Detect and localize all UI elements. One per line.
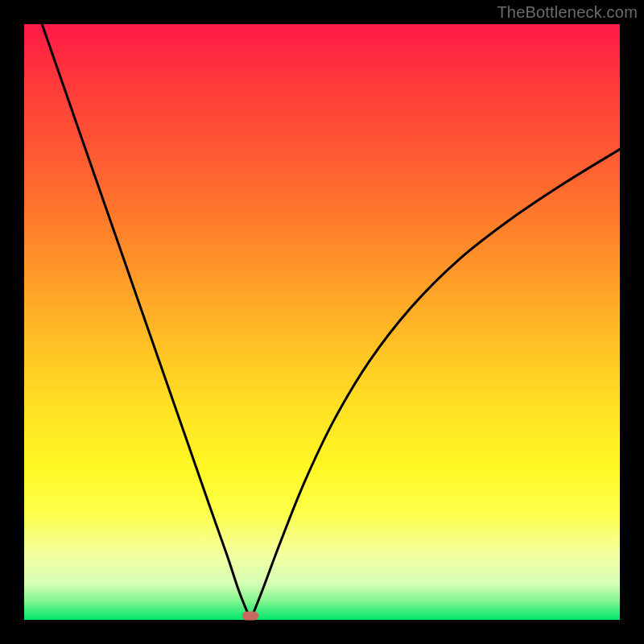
watermark-text: TheBottleneck.com — [497, 3, 638, 22]
optimum-marker — [242, 611, 258, 620]
plot-area — [24, 24, 620, 620]
bottleneck-curve — [24, 24, 620, 620]
chart-frame: TheBottleneck.com — [0, 0, 644, 644]
